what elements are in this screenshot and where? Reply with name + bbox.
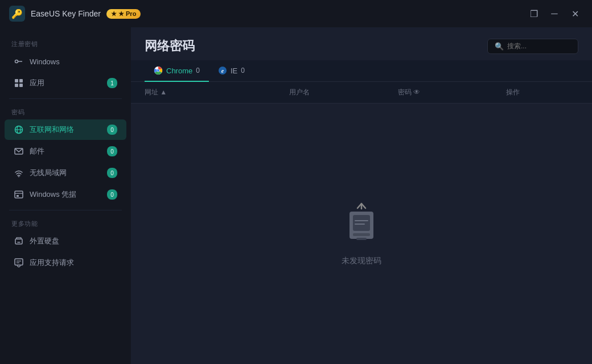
- pro-badge: ★★ Pro: [106, 9, 141, 19]
- svg-rect-13: [15, 191, 23, 198]
- tab-ie-count: 0: [241, 67, 245, 75]
- search-input[interactable]: [507, 42, 571, 50]
- sidebar-label-external: 外置硬盘: [30, 236, 117, 246]
- restore-button[interactable]: ❐: [526, 6, 542, 22]
- ie-icon: e: [218, 66, 227, 75]
- chrome-icon: [154, 66, 163, 75]
- window-controls: ❐ ─ ✕: [526, 6, 583, 22]
- search-icon: 🔍: [495, 42, 504, 51]
- wifi-icon: [14, 168, 24, 178]
- windows-icon: [14, 56, 24, 67]
- sidebar-label-internet: 互联网和网络: [30, 125, 107, 135]
- empty-state-icon: [342, 201, 381, 247]
- svg-rect-5: [19, 79, 23, 82]
- main-layout: 注册密钥 Windows 应用 1 密码: [0, 27, 592, 364]
- sidebar-label-windows: Windows: [30, 57, 117, 66]
- app-logo: 🔑: [9, 6, 25, 22]
- sidebar-item-feedback[interactable]: 应用支持请求: [5, 253, 126, 273]
- sidebar-item-windows[interactable]: Windows: [5, 51, 126, 72]
- sidebar-item-wifi[interactable]: 无线局域网 0: [5, 163, 126, 183]
- sidebar-item-external[interactable]: 外置硬盘: [5, 231, 126, 251]
- svg-text:e: e: [221, 68, 224, 74]
- svg-rect-36: [356, 238, 367, 240]
- sidebar-item-wincred[interactable]: Windows 凭据 0: [5, 184, 126, 205]
- app-name: EaseUS Key Finder: [31, 9, 101, 18]
- tabs-bar: Chrome 0 e IE 0: [131, 60, 592, 82]
- mail-badge: 0: [107, 146, 117, 156]
- svg-rect-6: [15, 84, 18, 87]
- close-button[interactable]: ✕: [567, 6, 583, 22]
- sidebar: 注册密钥 Windows 应用 1 密码: [0, 27, 131, 364]
- sidebar-label-wifi: 无线局域网: [30, 168, 107, 178]
- svg-point-12: [18, 176, 19, 177]
- titlebar: 🔑 EaseUS Key Finder ★★ Pro ❐ ─ ✕: [0, 0, 592, 27]
- sidebar-label-feedback: 应用支持请求: [30, 258, 117, 268]
- wifi-badge: 0: [107, 168, 117, 178]
- sidebar-item-internet[interactable]: 互联网和网络 0: [5, 119, 126, 140]
- tab-chrome-count: 0: [196, 67, 200, 75]
- svg-rect-16: [15, 239, 22, 244]
- svg-rect-4: [15, 79, 18, 82]
- svg-point-25: [157, 69, 159, 72]
- wincred-badge: 0: [107, 189, 117, 200]
- sidebar-label-apps: 应用: [30, 78, 107, 88]
- svg-text:🔑: 🔑: [11, 9, 23, 19]
- svg-rect-33: [353, 233, 370, 236]
- section-label-registration: 注册密钥: [0, 35, 131, 51]
- tab-ie-label: IE: [231, 67, 237, 75]
- table-header: 网址 ▲ 用户名 密码 👁 操作: [131, 82, 592, 104]
- apps-badge: 1: [107, 78, 117, 88]
- feedback-icon: [14, 258, 24, 268]
- apps-icon: [14, 78, 24, 88]
- tab-ie[interactable]: e IE 0: [209, 60, 254, 82]
- search-box[interactable]: 🔍: [487, 39, 578, 54]
- internet-badge: 0: [107, 125, 117, 135]
- sidebar-label-mail: 邮件: [30, 146, 107, 156]
- external-disk-icon: [14, 236, 24, 246]
- section-label-password: 密码: [0, 104, 131, 119]
- col-username: 用户名: [289, 88, 398, 97]
- section-label-more: 更多功能: [0, 215, 131, 230]
- col-url: 网址 ▲: [145, 88, 289, 97]
- sidebar-divider-1: [9, 98, 122, 99]
- svg-rect-7: [19, 84, 23, 87]
- svg-rect-19: [15, 259, 23, 265]
- svg-rect-17: [17, 238, 21, 239]
- page-title: 网络密码: [145, 38, 195, 55]
- sidebar-divider-2: [9, 210, 122, 210]
- tab-chrome-label: Chrome: [166, 67, 192, 75]
- content-header: 网络密码 🔍: [131, 27, 592, 60]
- svg-point-2: [15, 60, 18, 63]
- wincred-icon: [14, 189, 24, 200]
- sidebar-item-apps[interactable]: 应用 1: [5, 73, 126, 93]
- sidebar-label-wincred: Windows 凭据: [30, 189, 107, 200]
- minimize-button[interactable]: ─: [546, 6, 562, 22]
- sidebar-item-mail[interactable]: 邮件 0: [5, 141, 126, 162]
- svg-rect-15: [17, 195, 19, 197]
- col-password: 密码 👁: [398, 88, 507, 97]
- svg-rect-32: [353, 215, 370, 231]
- col-action: 操作: [506, 88, 578, 97]
- empty-state: 未发现密码: [131, 104, 592, 364]
- mail-icon: [14, 146, 24, 156]
- tab-chrome[interactable]: Chrome 0: [145, 60, 209, 82]
- empty-text: 未发现密码: [342, 256, 381, 266]
- internet-icon: [14, 125, 24, 135]
- content-area: 网络密码 🔍 Chrome: [131, 27, 592, 364]
